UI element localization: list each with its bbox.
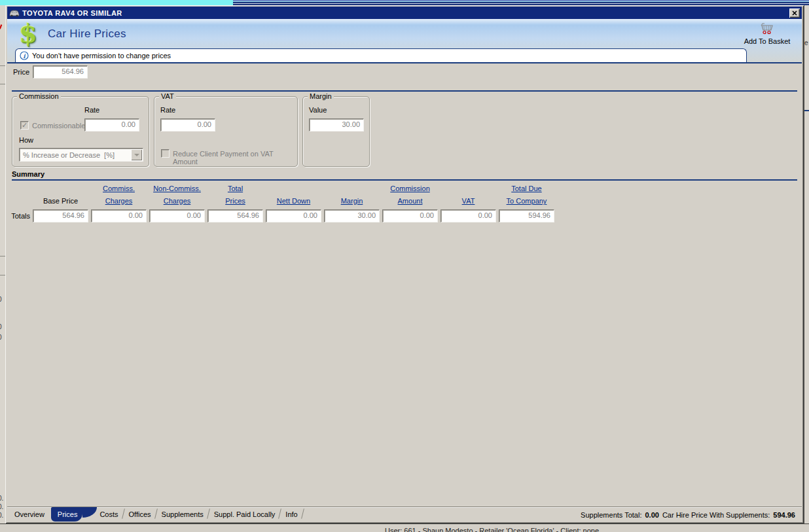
add-to-basket-button[interactable]: Add To Basket [739,23,795,45]
dialog-titlebar[interactable]: TOYOTA RAV4 OR SIMILAR [7,7,802,19]
commission-how-label: How [19,136,33,144]
tab-prices[interactable]: Prices [51,507,83,522]
add-to-basket-label: Add To Basket [739,37,795,45]
commission-groupbox: Commission Rate ✓ Commissionable 0.00 Ho… [12,96,149,167]
vat-group-label: VAT [159,92,176,100]
page-title: Car Hire Prices [48,27,126,41]
column-header-link[interactable]: Total Due [511,185,541,192]
summary-column-commission-amount: Commission Amount 0.00 [382,185,438,222]
summary-column-margin: Margin 30.00 [324,185,380,222]
basket-icon [759,23,775,35]
with-supplements-label: Car Hire Price With Supplements: [662,511,770,519]
base-price-total-field: 564.96 [33,209,88,222]
permission-message: You don't have permission to change pric… [32,52,171,60]
line-fragment [0,256,5,257]
vat-rate-field: 0.00 [160,118,215,132]
dollar-icon: $ [19,18,37,48]
background-status-text: User: 661 - Shaun Modesto - Retailer 'Oc… [385,527,599,532]
column-header-link[interactable]: Commiss. [103,185,135,192]
background-top-band [0,0,809,5]
chevron-down-icon [134,154,139,156]
digit-fragment: 0 [0,296,2,303]
commission-how-dropdown: % Increase or Decrease [%] [19,148,143,162]
digit-fragment: 0. [0,503,3,510]
summary-column-nett-down: Nett Down 0.00 [266,185,321,222]
margin-total-field: 30.00 [324,209,380,222]
nett-down-total-field: 0.00 [266,209,321,222]
summary-column-non-commiss-charges: Non-Commiss. Charges 0.00 [149,185,205,222]
summary-column-total-prices: Total Prices 564.96 [207,185,263,222]
background-window-edge [233,0,809,5]
background-left-sliver: 0 0 0 0. 0. 0. [0,5,5,523]
column-header-link[interactable]: Margin [341,197,363,205]
background-right-sliver: e [804,5,809,523]
summary-table: Totals Base Price 564.96 Commiss. Charge… [5,185,804,230]
bottom-tab-band: Overview Prices Costs Offices Supplement… [7,506,802,522]
tab-overview[interactable]: Overview [9,507,50,522]
column-header-link[interactable]: Commission [390,185,430,192]
digit-fragment: 0 [0,323,2,330]
column-header-link[interactable]: VAT [462,197,475,205]
permission-info-bar: i You don't have permission to change pr… [15,48,747,62]
price-label: Price [13,68,33,76]
commissionable-checkbox: ✓ [20,121,29,130]
with-supplements-value: 594.96 [773,511,795,519]
vat-total-field: 0.00 [440,209,496,222]
vat-rate-label: Rate [160,106,175,114]
tab-supplements[interactable]: Supplements [156,507,209,522]
commission-amount-total-field: 0.00 [382,209,438,222]
reduce-vat-label: Reduce Client Payment on VAT Amount [173,150,297,166]
column-header-link[interactable]: Prices [225,197,245,205]
tab-suppl-paid-locally[interactable]: Suppl. Paid Locally [209,507,281,522]
red-mark-fragment [0,24,4,29]
tab-offices[interactable]: Offices [124,507,156,522]
commission-group-label: Commission [17,92,61,100]
column-header-link[interactable]: Nett Down [277,197,310,205]
dialog-header: $ Car Hire Prices Add To Basket i You do… [7,19,802,63]
summary-column-base-price: Base Price 564.96 [33,185,88,222]
total-prices-total-field: 564.96 [207,209,263,222]
vat-groupbox: VAT Rate 0.00 Reduce Client Payment on V… [154,96,298,167]
text-fragment: e [804,39,808,46]
screen: { "window": { "title": "TOYOTA RAV4 OR S… [0,0,809,532]
divider-line [12,90,797,92]
commissionable-label: Commissionable [32,122,85,130]
column-header-link[interactable]: Charges [105,197,133,205]
price-row: Price 564.96 [13,65,88,79]
supplements-total-value: 0.00 [645,511,658,519]
divider-line [12,179,797,181]
close-button[interactable] [789,9,800,18]
margin-groupbox: Margin Value 30.00 [302,96,370,167]
summary-column-vat: VAT 0.00 [440,185,496,222]
car-hire-prices-dialog: TOYOTA RAV4 OR SIMILAR $ Car Hire Prices… [5,5,804,523]
check-mark-icon: ✓ [22,121,27,129]
price-field: 564.96 [33,65,88,79]
dropdown-button [131,149,142,160]
column-header-link[interactable]: Charges [164,197,191,205]
total-due-to-company-field: 594.96 [499,209,554,222]
column-header-link[interactable]: To Company [507,197,547,205]
summary-column-total-due: Total Due To Company 594.96 [499,185,554,222]
tab-info[interactable]: Info [280,507,302,522]
column-header-link[interactable]: Total [228,185,243,192]
reduce-vat-checkbox [161,149,170,158]
line-fragment [804,110,809,111]
column-header-link[interactable]: Amount [398,197,423,205]
desktop-cyan-strip [0,0,233,5]
footer-totals: Supplements Total: 0.00 Car Hire Price W… [581,507,795,522]
info-icon: i [20,51,29,60]
line-fragment [0,65,5,66]
commiss-charges-total-field: 0.00 [91,209,147,222]
margin-value-label: Value [309,106,327,114]
summary-heading: Summary [12,170,45,178]
commission-rate-field: 0.00 [84,118,139,132]
margin-value-field: 30.00 [309,118,364,132]
background-status-bar: User: 661 - Shaun Modesto - Retailer 'Oc… [0,523,809,532]
column-header-link[interactable]: Non-Commiss. [153,185,201,192]
supplements-total-label: Supplements Total: [581,511,641,519]
dialog-title: TOYOTA RAV4 OR SIMILAR [22,9,789,17]
margin-group-label: Margin [308,92,334,100]
digit-fragment: 0. [0,495,3,502]
column-header: Base Price [43,197,78,205]
close-icon [792,10,797,16]
